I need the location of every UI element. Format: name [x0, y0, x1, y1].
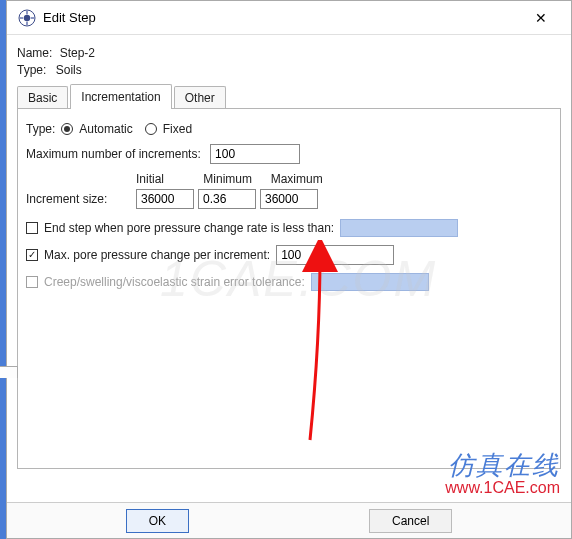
max-increments-label: Maximum number of increments: — [26, 147, 201, 161]
watermark-url: www.1CAE.com — [445, 479, 560, 497]
ok-label: OK — [149, 514, 166, 528]
inc-max-input[interactable] — [260, 189, 318, 209]
inc-min-input[interactable] — [198, 189, 256, 209]
svg-rect-3 — [31, 17, 35, 18]
radio-fixed[interactable] — [145, 123, 157, 135]
tab-basic-label: Basic — [28, 91, 57, 105]
close-button[interactable]: ✕ — [521, 10, 561, 26]
endstep-label: End step when pore pressure change rate … — [44, 221, 334, 235]
watermark-cn: 仿真在线 — [445, 448, 560, 483]
maxpore-input[interactable] — [276, 245, 394, 265]
col-maximum: Maximum — [271, 172, 335, 186]
maxpore-checkbox[interactable]: ✓ — [26, 249, 38, 261]
endstep-checkbox[interactable] — [26, 222, 38, 234]
tab-incrementation-label: Incrementation — [81, 90, 160, 104]
creep-field — [311, 273, 429, 291]
name-value: Step-2 — [60, 46, 95, 60]
radio-automatic[interactable] — [61, 123, 73, 135]
radio-fixed-label: Fixed — [163, 122, 192, 136]
tab-other-label: Other — [185, 91, 215, 105]
inc-type-label: Type: — [26, 122, 55, 136]
cancel-label: Cancel — [392, 514, 429, 528]
increment-size-label: Increment size: — [26, 192, 132, 206]
type-value: Soils — [56, 63, 82, 77]
tab-other[interactable]: Other — [174, 86, 226, 108]
window-title: Edit Step — [43, 10, 96, 25]
radio-automatic-label: Automatic — [79, 122, 132, 136]
svg-point-1 — [24, 14, 30, 20]
name-label: Name: — [17, 46, 52, 60]
svg-rect-2 — [20, 17, 24, 18]
watermark-box: 仿真在线 www.1CAE.com — [445, 448, 560, 497]
ok-button[interactable]: OK — [126, 509, 189, 533]
tab-basic[interactable]: Basic — [17, 86, 68, 108]
inc-initial-input[interactable] — [136, 189, 194, 209]
tab-incrementation[interactable]: Incrementation — [70, 84, 171, 108]
svg-rect-4 — [26, 10, 27, 14]
app-icon — [17, 8, 37, 28]
type-label: Type: — [17, 63, 46, 77]
creep-checkbox — [26, 276, 38, 288]
max-increments-input[interactable] — [210, 144, 300, 164]
col-initial: Initial — [136, 172, 200, 186]
tab-content: Type: Automatic Fixed Maximum number of … — [17, 109, 561, 469]
maxpore-label: Max. pore pressure change per increment: — [44, 248, 270, 262]
cancel-button[interactable]: Cancel — [369, 509, 452, 533]
creep-label: Creep/swelling/viscoelastic strain error… — [44, 275, 305, 289]
button-bar: OK Cancel — [7, 502, 571, 538]
svg-rect-5 — [26, 21, 27, 25]
col-minimum: Minimum — [203, 172, 267, 186]
tab-bar: Basic Incrementation Other — [17, 85, 561, 109]
endstep-field[interactable] — [340, 219, 458, 237]
